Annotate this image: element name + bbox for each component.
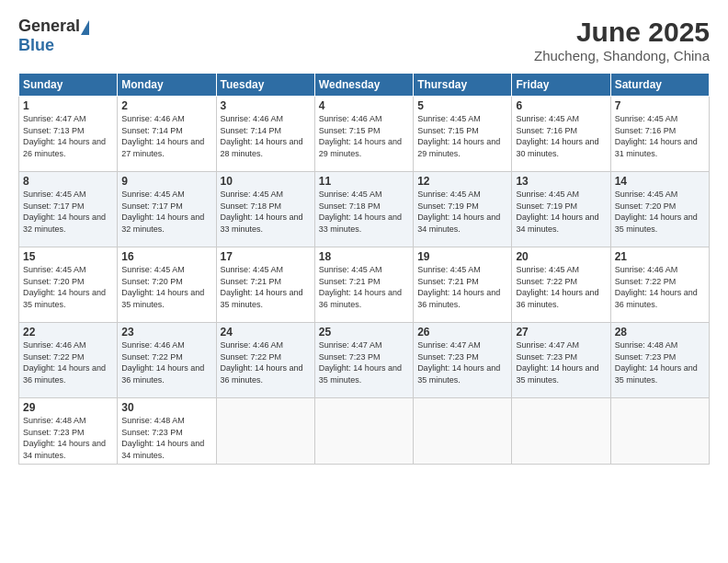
- day-info: Sunrise: 4:45 AMSunset: 7:20 PMDaylight:…: [23, 264, 113, 310]
- day-number: 26: [417, 326, 507, 339]
- day-number: 13: [516, 175, 606, 188]
- day-number: 19: [417, 250, 507, 263]
- day-info: Sunrise: 4:45 AMSunset: 7:22 PMDaylight:…: [516, 264, 606, 310]
- day-info: Sunrise: 4:45 AMSunset: 7:18 PMDaylight:…: [221, 189, 311, 235]
- day-info: Sunrise: 4:46 AMSunset: 7:14 PMDaylight:…: [221, 113, 311, 159]
- day-info: Sunrise: 4:45 AMSunset: 7:15 PMDaylight:…: [417, 113, 507, 159]
- table-row: 3Sunrise: 4:46 AMSunset: 7:14 PMDaylight…: [216, 97, 314, 172]
- table-row: [414, 398, 512, 465]
- day-number: 23: [121, 326, 211, 339]
- day-number: 11: [319, 175, 409, 188]
- table-row: 27Sunrise: 4:47 AMSunset: 7:23 PMDayligh…: [512, 323, 610, 398]
- logo-general-text: General: [18, 17, 80, 36]
- logo-triangle-icon: [81, 20, 89, 35]
- table-row: 24Sunrise: 4:46 AMSunset: 7:22 PMDayligh…: [216, 323, 314, 398]
- day-info: Sunrise: 4:45 AMSunset: 7:20 PMDaylight:…: [121, 264, 211, 310]
- table-row: [610, 398, 709, 465]
- day-number: 16: [121, 250, 211, 263]
- table-row: 23Sunrise: 4:46 AMSunset: 7:22 PMDayligh…: [118, 323, 216, 398]
- day-info: Sunrise: 4:47 AMSunset: 7:13 PMDaylight:…: [23, 113, 113, 159]
- table-row: 11Sunrise: 4:45 AMSunset: 7:18 PMDayligh…: [314, 172, 413, 247]
- table-row: 14Sunrise: 4:45 AMSunset: 7:20 PMDayligh…: [610, 172, 709, 247]
- day-number: 6: [516, 99, 606, 112]
- table-row: 2Sunrise: 4:46 AMSunset: 7:14 PMDaylight…: [118, 97, 216, 172]
- table-row: 21Sunrise: 4:46 AMSunset: 7:22 PMDayligh…: [610, 247, 709, 323]
- table-row: 16Sunrise: 4:45 AMSunset: 7:20 PMDayligh…: [118, 247, 216, 323]
- table-row: 5Sunrise: 4:45 AMSunset: 7:15 PMDaylight…: [414, 97, 512, 172]
- day-number: 25: [319, 326, 409, 339]
- logo-blue-text: Blue: [18, 36, 54, 55]
- calendar-header-row: Sunday Monday Tuesday Wednesday Thursday…: [19, 74, 710, 97]
- day-number: 1: [23, 99, 113, 112]
- table-row: 7Sunrise: 4:45 AMSunset: 7:16 PMDaylight…: [610, 97, 709, 172]
- logo: General Blue: [18, 17, 89, 55]
- day-info: Sunrise: 4:45 AMSunset: 7:21 PMDaylight:…: [221, 264, 311, 310]
- day-info: Sunrise: 4:46 AMSunset: 7:22 PMDaylight:…: [615, 264, 705, 310]
- day-info: Sunrise: 4:46 AMSunset: 7:22 PMDaylight:…: [121, 339, 211, 385]
- day-info: Sunrise: 4:47 AMSunset: 7:23 PMDaylight:…: [319, 339, 409, 385]
- day-info: Sunrise: 4:45 AMSunset: 7:17 PMDaylight:…: [121, 189, 211, 235]
- table-row: 13Sunrise: 4:45 AMSunset: 7:19 PMDayligh…: [512, 172, 610, 247]
- day-number: 9: [121, 175, 211, 188]
- day-info: Sunrise: 4:47 AMSunset: 7:23 PMDaylight:…: [516, 339, 606, 385]
- col-monday: Monday: [118, 74, 216, 97]
- day-number: 5: [417, 99, 507, 112]
- col-wednesday: Wednesday: [314, 74, 413, 97]
- day-number: 30: [121, 401, 211, 414]
- day-info: Sunrise: 4:45 AMSunset: 7:19 PMDaylight:…: [417, 189, 507, 235]
- table-row: 8Sunrise: 4:45 AMSunset: 7:17 PMDaylight…: [19, 172, 118, 247]
- table-row: 29Sunrise: 4:48 AMSunset: 7:23 PMDayligh…: [19, 398, 118, 465]
- table-row: 9Sunrise: 4:45 AMSunset: 7:17 PMDaylight…: [118, 172, 216, 247]
- table-row: 6Sunrise: 4:45 AMSunset: 7:16 PMDaylight…: [512, 97, 610, 172]
- day-number: 20: [516, 250, 606, 263]
- day-number: 7: [615, 99, 705, 112]
- day-info: Sunrise: 4:45 AMSunset: 7:16 PMDaylight:…: [615, 113, 705, 159]
- table-row: 18Sunrise: 4:45 AMSunset: 7:21 PMDayligh…: [314, 247, 413, 323]
- table-row: 22Sunrise: 4:46 AMSunset: 7:22 PMDayligh…: [19, 323, 118, 398]
- location-subtitle: Zhucheng, Shandong, China: [534, 48, 710, 63]
- table-row: 10Sunrise: 4:45 AMSunset: 7:18 PMDayligh…: [216, 172, 314, 247]
- day-info: Sunrise: 4:45 AMSunset: 7:21 PMDaylight:…: [319, 264, 409, 310]
- col-tuesday: Tuesday: [216, 74, 314, 97]
- day-number: 12: [417, 175, 507, 188]
- title-section: June 2025 Zhucheng, Shandong, China: [534, 17, 710, 63]
- day-info: Sunrise: 4:45 AMSunset: 7:20 PMDaylight:…: [615, 189, 705, 235]
- col-saturday: Saturday: [610, 74, 709, 97]
- table-row: 30Sunrise: 4:48 AMSunset: 7:23 PMDayligh…: [118, 398, 216, 465]
- day-info: Sunrise: 4:45 AMSunset: 7:19 PMDaylight:…: [516, 189, 606, 235]
- table-row: [314, 398, 413, 465]
- col-sunday: Sunday: [19, 74, 118, 97]
- day-info: Sunrise: 4:45 AMSunset: 7:18 PMDaylight:…: [319, 189, 409, 235]
- table-row: 19Sunrise: 4:45 AMSunset: 7:21 PMDayligh…: [414, 247, 512, 323]
- day-number: 14: [615, 175, 705, 188]
- calendar-table: Sunday Monday Tuesday Wednesday Thursday…: [18, 73, 710, 465]
- table-row: [512, 398, 610, 465]
- day-info: Sunrise: 4:48 AMSunset: 7:23 PMDaylight:…: [23, 415, 113, 461]
- day-number: 3: [221, 99, 311, 112]
- day-info: Sunrise: 4:46 AMSunset: 7:14 PMDaylight:…: [121, 113, 211, 159]
- day-number: 2: [121, 99, 211, 112]
- table-row: 12Sunrise: 4:45 AMSunset: 7:19 PMDayligh…: [414, 172, 512, 247]
- table-row: 25Sunrise: 4:47 AMSunset: 7:23 PMDayligh…: [314, 323, 413, 398]
- day-info: Sunrise: 4:46 AMSunset: 7:22 PMDaylight:…: [221, 339, 311, 385]
- table-row: 26Sunrise: 4:47 AMSunset: 7:23 PMDayligh…: [414, 323, 512, 398]
- day-info: Sunrise: 4:48 AMSunset: 7:23 PMDaylight:…: [121, 415, 211, 461]
- table-row: [216, 398, 314, 465]
- day-info: Sunrise: 4:45 AMSunset: 7:16 PMDaylight:…: [516, 113, 606, 159]
- day-info: Sunrise: 4:48 AMSunset: 7:23 PMDaylight:…: [615, 339, 705, 385]
- day-number: 15: [23, 250, 113, 263]
- day-number: 4: [319, 99, 409, 112]
- day-info: Sunrise: 4:46 AMSunset: 7:22 PMDaylight:…: [23, 339, 113, 385]
- day-number: 27: [516, 326, 606, 339]
- day-number: 17: [221, 250, 311, 263]
- day-info: Sunrise: 4:47 AMSunset: 7:23 PMDaylight:…: [417, 339, 507, 385]
- day-info: Sunrise: 4:45 AMSunset: 7:17 PMDaylight:…: [23, 189, 113, 235]
- day-number: 22: [23, 326, 113, 339]
- day-number: 10: [221, 175, 311, 188]
- day-info: Sunrise: 4:46 AMSunset: 7:15 PMDaylight:…: [319, 113, 409, 159]
- day-number: 28: [615, 326, 705, 339]
- calendar-page: General Blue June 2025 Zhucheng, Shandon…: [0, 0, 728, 563]
- col-thursday: Thursday: [414, 74, 512, 97]
- table-row: 28Sunrise: 4:48 AMSunset: 7:23 PMDayligh…: [610, 323, 709, 398]
- day-number: 29: [23, 401, 113, 414]
